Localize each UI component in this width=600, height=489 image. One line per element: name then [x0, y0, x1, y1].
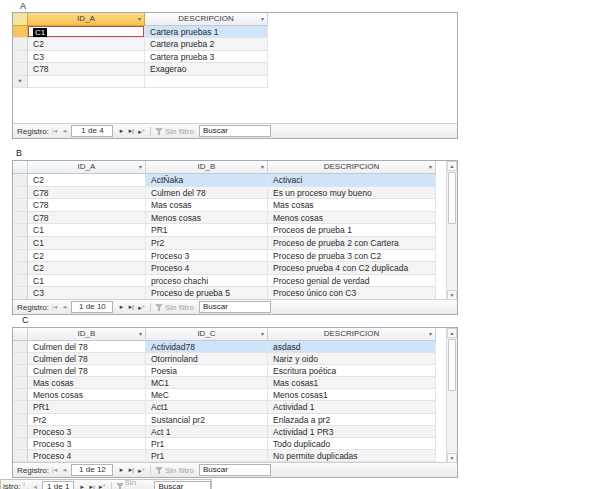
row-selector[interactable]: [13, 199, 28, 212]
new-record-selector[interactable]: *: [13, 76, 28, 88]
cell[interactable]: C1: [28, 224, 146, 237]
row-selector[interactable]: [13, 401, 28, 413]
cell[interactable]: Proceso 4: [146, 262, 268, 275]
cell[interactable]: Escritura poética: [268, 365, 436, 377]
scroll-down-icon[interactable]: ▼: [447, 290, 457, 300]
column-header-id_c[interactable]: ID_C▾: [146, 328, 268, 341]
row-selector[interactable]: [13, 187, 28, 200]
row-selector[interactable]: [13, 224, 28, 237]
column-header-id_a[interactable]: ID_A▾: [28, 13, 145, 26]
column-dropdown-icon[interactable]: ▾: [261, 13, 264, 26]
cell[interactable]: Proceso de prueba 5: [146, 287, 268, 299]
row-selector[interactable]: [13, 275, 28, 288]
column-dropdown-icon[interactable]: ▾: [261, 328, 264, 341]
cell[interactable]: Es un proceso muy bueno: [268, 187, 436, 200]
cell[interactable]: proceso chachi: [146, 275, 268, 288]
record-position[interactable]: 1 de 10: [71, 301, 113, 313]
cell[interactable]: [145, 76, 268, 88]
cell[interactable]: Actividad 1 PR3: [268, 426, 436, 438]
column-dropdown-icon[interactable]: ▾: [139, 328, 142, 341]
row-selector[interactable]: [13, 377, 28, 389]
cell[interactable]: Proceos de prueba 1: [268, 224, 436, 237]
cell[interactable]: Proceso 3: [28, 438, 146, 450]
row-selector[interactable]: [13, 38, 28, 50]
cell[interactable]: Activaci: [268, 174, 436, 187]
last-record-icon[interactable]: ►|: [126, 304, 134, 310]
filter-status[interactable]: Sin filtro: [155, 466, 194, 475]
cell[interactable]: asdasd: [268, 341, 436, 353]
first-record-icon[interactable]: |◄: [22, 481, 29, 489]
cell[interactable]: C2: [28, 174, 146, 187]
row-selector[interactable]: [13, 262, 28, 275]
record-position[interactable]: 1 de 4: [71, 125, 113, 137]
next-record-icon[interactable]: ►: [117, 304, 124, 310]
column-dropdown-icon[interactable]: ▾: [139, 161, 142, 174]
row-selector[interactable]: [13, 250, 28, 263]
last-record-icon[interactable]: ►|: [126, 467, 134, 473]
cell[interactable]: C3: [28, 51, 145, 63]
scrollbar-thumb[interactable]: [448, 172, 456, 224]
cell[interactable]: Actividad 1: [268, 401, 436, 413]
cell[interactable]: Culmen del 78: [28, 353, 146, 365]
row-selector[interactable]: [13, 438, 28, 450]
cell[interactable]: Menos cosas: [28, 389, 146, 401]
cell[interactable]: MC1: [146, 377, 268, 389]
cell[interactable]: Culmen del 78: [28, 341, 146, 353]
column-header-id_b[interactable]: ID_B▾: [28, 328, 146, 341]
first-record-icon[interactable]: |◄: [51, 467, 59, 473]
cell[interactable]: Proceso de prueba 3 con C2: [268, 250, 436, 263]
cell[interactable]: Mas cosas: [268, 199, 436, 212]
datasheet-corner[interactable]: [13, 328, 28, 341]
cell[interactable]: C3: [28, 287, 146, 299]
cell[interactable]: Pr2: [28, 414, 146, 426]
next-record-icon[interactable]: ►: [78, 484, 85, 489]
cell[interactable]: Act 1: [146, 426, 268, 438]
column-dropdown-icon[interactable]: ▾: [429, 161, 432, 174]
previous-record-icon[interactable]: ◄: [61, 304, 68, 310]
filter-status[interactable]: Sin filtro: [155, 127, 194, 136]
cell[interactable]: Proceso prueba 4 con C2 duplicada: [268, 262, 436, 275]
cell[interactable]: Sustancial pr2: [146, 414, 268, 426]
scroll-down-icon[interactable]: ▼: [447, 453, 457, 463]
cell[interactable]: Proceso de prueba 2 con Cartera: [268, 237, 436, 250]
cell[interactable]: Proceso genial de verdad: [268, 275, 436, 288]
cell[interactable]: Proceso 4: [28, 450, 146, 462]
column-header-descripcion[interactable]: DESCRIPCION▾: [268, 161, 436, 174]
scroll-up-icon[interactable]: ▲: [447, 328, 457, 338]
cell[interactable]: C2: [28, 262, 146, 275]
cell[interactable]: Poesia: [146, 365, 268, 377]
column-dropdown-icon[interactable]: ▾: [261, 161, 264, 174]
cell[interactable]: Cartera prueba 3: [145, 51, 268, 63]
row-selector[interactable]: [13, 341, 28, 353]
cell[interactable]: Proceso 3: [28, 426, 146, 438]
search-box[interactable]: Buscar: [154, 481, 211, 489]
cell[interactable]: Enlazada a pr2: [268, 414, 436, 426]
row-selector[interactable]: [13, 63, 28, 75]
cell[interactable]: PR1: [146, 224, 268, 237]
cell[interactable]: Pr2: [146, 237, 268, 250]
cell[interactable]: No permite duplicadas: [268, 450, 436, 462]
previous-record-icon[interactable]: ◄: [61, 467, 68, 473]
cell[interactable]: [28, 76, 145, 88]
cell[interactable]: C78: [28, 212, 146, 225]
filter-status[interactable]: Sin filtro: [155, 303, 194, 312]
cell[interactable]: Menos cosas: [268, 212, 436, 225]
cell[interactable]: C78: [28, 187, 146, 200]
record-position[interactable]: 1 de 1: [42, 481, 74, 489]
record-position[interactable]: 1 de 12: [71, 464, 113, 476]
row-selector[interactable]: [13, 365, 28, 377]
column-header-descripcion[interactable]: DESCRIPCION▾: [268, 328, 436, 341]
cell[interactable]: Act1: [146, 401, 268, 413]
row-selector[interactable]: [13, 51, 28, 63]
row-selector[interactable]: [13, 414, 28, 426]
cell[interactable]: Mas cosas: [28, 377, 146, 389]
row-selector[interactable]: [13, 389, 28, 401]
scrollbar-thumb[interactable]: [448, 339, 456, 391]
cell[interactable]: C1: [28, 275, 146, 288]
new-record-icon[interactable]: ►*: [136, 466, 146, 475]
cell[interactable]: Culmen del 78: [146, 187, 268, 200]
cell[interactable]: Exagerao: [145, 63, 268, 75]
cell[interactable]: Todo duplicado: [268, 438, 436, 450]
datasheet-corner[interactable]: [13, 13, 28, 26]
next-record-icon[interactable]: ►: [117, 128, 124, 134]
